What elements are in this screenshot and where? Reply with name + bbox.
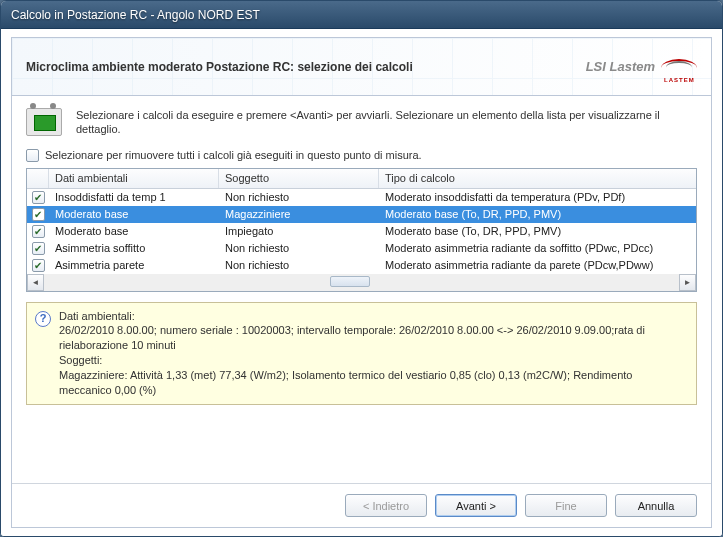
- film-clapper-icon: [26, 108, 62, 136]
- brand-logo: LSI Lastem LASTEM: [586, 57, 697, 77]
- brand-mark-icon: LASTEM: [661, 57, 697, 77]
- row-checkbox[interactable]: ✔: [32, 242, 45, 255]
- row-checkbox[interactable]: ✔: [32, 208, 45, 221]
- next-button[interactable]: Avanti >: [435, 494, 517, 517]
- calc-listview[interactable]: Dati ambientali Soggetto Tipo di calcolo…: [26, 168, 697, 292]
- detail-text: Dati ambientali: 26/02/2010 8.00.00; num…: [59, 309, 688, 398]
- cell-dati: Asimmetria soffitto: [49, 240, 219, 257]
- row-checkbox[interactable]: ✔: [32, 259, 45, 272]
- table-row[interactable]: ✔Moderato baseImpiegatoModerato base (To…: [27, 223, 696, 240]
- remove-all-checkbox[interactable]: [26, 149, 39, 162]
- help-icon: ?: [35, 311, 51, 327]
- cell-tipo: Moderato asimmetria radiante da soffitto…: [379, 240, 696, 257]
- cell-soggetto: Non richiesto: [219, 240, 379, 257]
- cell-soggetto: Non richiesto: [219, 189, 379, 206]
- detail-line-4: Magazziniere: Attività 1,33 (met) 77,34 …: [59, 368, 688, 398]
- window-title: Calcolo in Postazione RC - Angolo NORD E…: [11, 8, 260, 22]
- detail-line-2: 26/02/2010 8.00.00; numero seriale : 100…: [59, 323, 688, 353]
- header-col-soggetto[interactable]: Soggetto: [219, 169, 379, 188]
- dialog-window: Calcolo in Postazione RC - Angolo NORD E…: [0, 0, 723, 537]
- list-header: Dati ambientali Soggetto Tipo di calcolo: [27, 169, 696, 189]
- cell-dati: Asimmetria parete: [49, 257, 219, 274]
- client-area: Microclima ambiente moderato Postazione …: [1, 29, 722, 536]
- list-body: ✔Insoddisfatti da temp 1Non richiestoMod…: [27, 189, 696, 274]
- wizard-header: Microclima ambiente moderato Postazione …: [12, 38, 711, 96]
- cell-soggetto: Magazziniere: [219, 206, 379, 223]
- scroll-right-button[interactable]: ►: [679, 274, 696, 291]
- finish-button[interactable]: Fine: [525, 494, 607, 517]
- intro-row: Selezionare i calcoli da eseguire e prem…: [26, 108, 697, 137]
- scroll-left-button[interactable]: ◄: [27, 274, 44, 291]
- table-row[interactable]: ✔Asimmetria pareteNon richiestoModerato …: [27, 257, 696, 274]
- cancel-button[interactable]: Annulla: [615, 494, 697, 517]
- detail-line-1: Dati ambientali:: [59, 309, 688, 324]
- cell-dati: Moderato base: [49, 206, 219, 223]
- header-col-dati[interactable]: Dati ambientali: [49, 169, 219, 188]
- cell-soggetto: Non richiesto: [219, 257, 379, 274]
- remove-all-row: Selezionare per rimuovere tutti i calcol…: [26, 149, 697, 162]
- cell-dati: Insoddisfatti da temp 1: [49, 189, 219, 206]
- table-row[interactable]: ✔Moderato baseMagazziniereModerato base …: [27, 206, 696, 223]
- detail-infobox: ? Dati ambientali: 26/02/2010 8.00.00; n…: [26, 302, 697, 405]
- header-col-tipo[interactable]: Tipo di calcolo: [379, 169, 696, 188]
- titlebar[interactable]: Calcolo in Postazione RC - Angolo NORD E…: [1, 1, 722, 29]
- cell-tipo: Moderato base (To, DR, PPD, PMV): [379, 223, 696, 240]
- back-button[interactable]: < Indietro: [345, 494, 427, 517]
- detail-line-3: Soggetti:: [59, 353, 688, 368]
- scroll-thumb[interactable]: [330, 276, 370, 287]
- table-row[interactable]: ✔Asimmetria soffittoNon richiestoModerat…: [27, 240, 696, 257]
- wizard-footer: < Indietro Avanti > Fine Annulla: [12, 483, 711, 527]
- cell-tipo: Moderato base (To, DR, PPD, PMV): [379, 206, 696, 223]
- cell-soggetto: Impiegato: [219, 223, 379, 240]
- horizontal-scrollbar[interactable]: ◄ ►: [27, 274, 696, 291]
- table-row[interactable]: ✔Insoddisfatti da temp 1Non richiestoMod…: [27, 189, 696, 206]
- row-checkbox[interactable]: ✔: [32, 225, 45, 238]
- cell-dati: Moderato base: [49, 223, 219, 240]
- remove-all-label: Selezionare per rimuovere tutti i calcol…: [45, 149, 422, 161]
- scroll-track[interactable]: [44, 274, 679, 291]
- header-check-column: [27, 169, 49, 188]
- row-checkbox[interactable]: ✔: [32, 191, 45, 204]
- intro-text: Selezionare i calcoli da eseguire e prem…: [76, 108, 697, 137]
- brand-text: LSI Lastem: [586, 59, 655, 74]
- wizard-body: Selezionare i calcoli da eseguire e prem…: [12, 96, 711, 483]
- cell-tipo: Moderato asimmetria radiante da parete (…: [379, 257, 696, 274]
- cell-tipo: Moderato insoddisfatti da temperatura (P…: [379, 189, 696, 206]
- wizard-title: Microclima ambiente moderato Postazione …: [26, 60, 413, 74]
- wizard-panel: Microclima ambiente moderato Postazione …: [11, 37, 712, 528]
